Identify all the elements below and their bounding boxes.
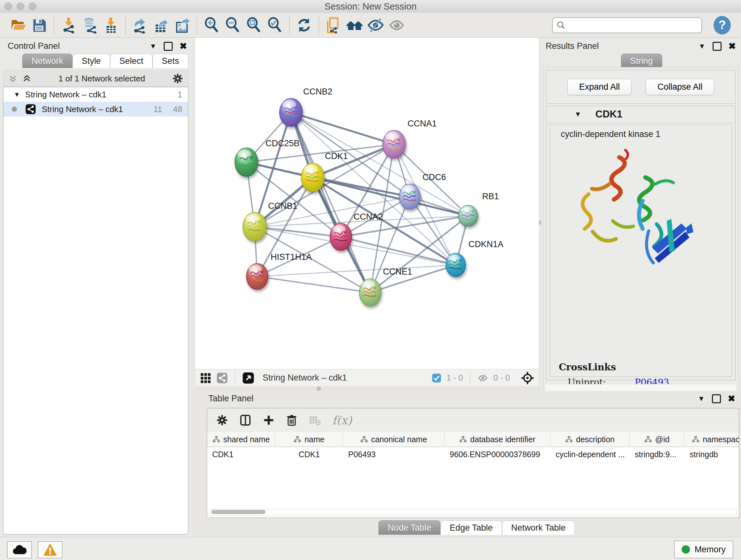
node-CCNA1[interactable] [383, 130, 406, 159]
export-table-button[interactable] [151, 15, 172, 36]
network-row[interactable]: String Network – cdk1 11 48 [3, 102, 188, 117]
network-overview-icon[interactable] [216, 372, 228, 384]
collection-expand-icon[interactable]: ▼ [14, 91, 20, 98]
column-header-database-identifier[interactable]: database identifier [445, 432, 550, 447]
panel-menu-icon[interactable]: ▼ [698, 42, 705, 51]
search-input[interactable] [565, 20, 697, 30]
node-CDK1[interactable] [301, 163, 324, 192]
column-header--id[interactable]: @id [630, 432, 684, 447]
search-field[interactable] [552, 17, 702, 33]
node-CCNB1[interactable] [243, 212, 266, 241]
edge-CDC6-CCNE1[interactable] [370, 197, 410, 293]
help-button[interactable]: ? [714, 16, 731, 35]
table-cell[interactable]: 9606.ENSP00000378699 [445, 447, 550, 462]
node-CDKN1A[interactable] [446, 253, 466, 277]
edge-HIST1H1A-CCNE1[interactable] [257, 276, 370, 293]
show-columns-icon[interactable] [239, 414, 252, 427]
expand-all-button[interactable]: Expand All [567, 79, 632, 95]
edge-CCNA2-CDKN1A[interactable] [341, 237, 456, 265]
collapse-all-button[interactable]: Collapse All [646, 79, 714, 95]
node-CCNB2[interactable] [280, 98, 302, 126]
clone-network-button[interactable] [323, 15, 344, 36]
column-header-name[interactable]: name [275, 432, 343, 447]
panel-menu-icon[interactable]: ▼ [698, 395, 705, 403]
tab-node-table[interactable]: Node Table [379, 520, 441, 535]
gene-description: cyclin-dependent kinase 1 [561, 129, 732, 139]
node-RB1[interactable] [459, 205, 478, 226]
import-network-from-file-button[interactable] [58, 15, 79, 36]
edge-CCNB2-CCNE1[interactable] [291, 112, 370, 293]
selected-checkbox-icon[interactable] [432, 373, 441, 383]
delete-column-trash-icon[interactable] [286, 414, 298, 426]
network-collection-row[interactable]: ▼ String Network – cdk1 1 [3, 87, 188, 102]
collapse-all-icon[interactable] [8, 74, 17, 83]
gene-entry-body: cyclin-dependent kinase 1 [549, 125, 732, 377]
gene-entry-header[interactable]: ▼ CDK1 [546, 106, 735, 123]
memory-button[interactable]: Memory [674, 541, 733, 558]
network-canvas[interactable]: CCNB2CCNA1CDC25BCDK1CDC6RB1CCNB1CCNA2CDK… [195, 38, 539, 369]
table-scrollbar-thumb[interactable] [211, 510, 266, 514]
edge-CCNB2-RB1[interactable] [291, 112, 468, 216]
node-CDC6[interactable] [399, 184, 420, 209]
tab-sets[interactable]: Sets [152, 54, 188, 68]
table-cell[interactable]: cyclin-dependent ... [550, 447, 630, 462]
tab-string[interactable]: String [621, 54, 662, 68]
table-row[interactable]: CDK1CDK1P064939606.ENSP00000378699cyclin… [207, 447, 739, 462]
zoom-fit-button[interactable] [243, 15, 264, 36]
entry-expand-icon[interactable]: ▼ [575, 110, 582, 118]
node-label-CCNA1: CCNA1 [408, 119, 437, 128]
open-session-button[interactable] [8, 15, 29, 36]
tab-edge-table[interactable]: Edge Table [441, 520, 502, 535]
float-panel-icon[interactable] [712, 394, 721, 403]
table-cell[interactable]: stringdb:9... [630, 447, 684, 462]
close-panel-icon[interactable]: ✖ [728, 393, 735, 404]
column-header-namespace[interactable]: namespace [684, 432, 739, 447]
panel-menu-icon[interactable]: ▼ [150, 42, 157, 51]
cloud-status-button[interactable] [7, 541, 32, 558]
birdseye-grid-icon[interactable] [200, 372, 211, 384]
tab-network[interactable]: Network [22, 54, 72, 68]
add-column-plus-icon[interactable] [263, 414, 275, 426]
column-header-shared-name[interactable]: shared name [207, 432, 275, 447]
column-header-canonical-name[interactable]: canonical name [343, 432, 445, 447]
close-panel-icon[interactable]: ✖ [729, 41, 736, 51]
table-cell[interactable]: stringdb [684, 447, 739, 462]
export-network-button[interactable] [130, 15, 151, 36]
apply-layout-button[interactable] [293, 15, 315, 36]
node-HIST1H1A[interactable] [246, 263, 268, 290]
table-settings-gear-icon[interactable] [216, 414, 228, 426]
show-all-button[interactable] [386, 15, 407, 36]
edge-CCNB2-CCNA1[interactable] [291, 112, 394, 144]
table-scrollbar-track[interactable] [209, 509, 737, 516]
warnings-button[interactable] [38, 541, 63, 558]
node-CCNE1[interactable] [359, 279, 381, 306]
gear-icon[interactable] [172, 73, 184, 84]
tab-style[interactable]: Style [72, 54, 110, 68]
network-graph[interactable]: CCNB2CCNA1CDC25BCDK1CDC6RB1CCNB1CCNA2CDK… [195, 38, 539, 369]
open-in-new-window-icon[interactable] [242, 372, 254, 384]
export-image-icon [174, 17, 191, 34]
close-panel-icon[interactable]: ✖ [180, 41, 187, 51]
export-image-button[interactable] [172, 15, 193, 36]
tab-network-table[interactable]: Network Table [502, 520, 575, 535]
tab-select[interactable]: Select [110, 54, 152, 68]
zoom-in-button[interactable] [201, 15, 222, 36]
crosshair-icon[interactable] [521, 371, 534, 385]
expand-all-icon[interactable] [22, 74, 31, 83]
float-panel-icon[interactable] [164, 42, 173, 51]
hide-selected-button[interactable] [365, 15, 386, 36]
import-network-from-database-button[interactable] [79, 15, 100, 36]
table-cell[interactable]: P06493 [343, 447, 445, 462]
save-session-button[interactable] [29, 15, 50, 36]
table-cell[interactable]: CDK1 [275, 447, 343, 462]
table-cell[interactable]: CDK1 [207, 447, 275, 462]
zoom-selected-button[interactable] [264, 15, 285, 36]
node-CDC25B[interactable] [235, 148, 258, 177]
zoom-out-button[interactable] [222, 15, 243, 36]
column-header-description[interactable]: description [550, 432, 630, 447]
node-CCNA2[interactable] [330, 223, 352, 251]
string-home-button[interactable] [344, 15, 365, 36]
float-panel-icon[interactable] [713, 42, 722, 51]
splitter-grip[interactable] [317, 386, 321, 391]
import-table-from-file-button[interactable] [100, 15, 121, 36]
